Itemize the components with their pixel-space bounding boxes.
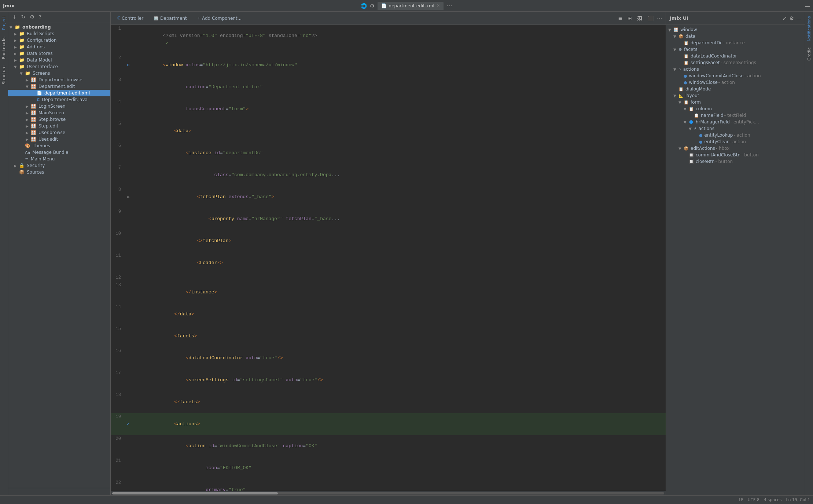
more-icon[interactable]: ⋯ bbox=[446, 2, 452, 9]
code-editor[interactable]: 1 <?xml version="1.0" encoding="UTF-8" s… bbox=[111, 25, 666, 491]
minimize-icon[interactable]: — bbox=[805, 3, 810, 9]
config-button[interactable]: ⚙ bbox=[28, 13, 36, 21]
root-folder-icon: 📁 bbox=[15, 25, 20, 30]
rt-commitandclosebtn[interactable]: 🔲 commitAndCloseBtn - button bbox=[666, 152, 805, 158]
rt-hrmanager-icon: 🔷 bbox=[689, 120, 694, 125]
rt-commit-btn-icon: 🔲 bbox=[689, 153, 694, 158]
code-line-20: 20 <action id="windowCommitAndClose" cap… bbox=[111, 435, 666, 457]
sidebar-item-user-browse[interactable]: ▶ 🪟 User.browse bbox=[8, 129, 110, 136]
tab-add-component-label: Add Component... bbox=[202, 16, 242, 21]
ui-label: User Interface bbox=[27, 64, 58, 69]
sync-button[interactable]: ↻ bbox=[20, 13, 27, 21]
tab-controller[interactable]: C Controller bbox=[114, 14, 147, 22]
rt-entitylookup[interactable]: ● entityLookup - action bbox=[666, 132, 805, 138]
editor-more-btn[interactable]: ⋯ bbox=[657, 15, 663, 22]
view-img-btn[interactable]: 🖼 bbox=[635, 15, 644, 22]
rt-column[interactable]: ▼ 📋 column bbox=[666, 105, 805, 112]
rt-closebtn[interactable]: 🔲 closeBtn - button bbox=[666, 158, 805, 165]
sidebar-item-user-interface[interactable]: ▼ 📁 User Interface bbox=[8, 63, 110, 70]
close-icon[interactable]: ✕ bbox=[437, 3, 440, 8]
sidebar-item-data-model[interactable]: ▶ 📁 Data Model bbox=[8, 57, 110, 63]
dept-java-label: DepartmentEdit.java bbox=[42, 97, 88, 102]
code-line-16: 16 <dataLoadCoordinator auto="true"/> bbox=[111, 347, 666, 369]
sidebar-item-user-edit[interactable]: ▶ 🪟 User.edit bbox=[8, 136, 110, 142]
rt-layout[interactable]: ▼ 📐 layout bbox=[666, 92, 805, 99]
expand-icon[interactable]: ⤢ bbox=[783, 15, 787, 21]
rt-departmentdc[interactable]: 📋 departmentDc - instance bbox=[666, 40, 805, 46]
rt-dept-icon: 📋 bbox=[684, 41, 689, 45]
rt-dialogmode[interactable]: 📋 dialogMode bbox=[666, 86, 805, 92]
rt-actions-icon: ⚡ bbox=[678, 67, 681, 72]
panel-settings-icon[interactable]: ⚙ bbox=[789, 15, 794, 21]
sidebar-item-themes[interactable]: 🎨 Themes bbox=[8, 142, 110, 149]
right-tab-notifications[interactable]: Notifications bbox=[806, 13, 812, 44]
view-grid-btn[interactable]: ⊞ bbox=[626, 15, 634, 22]
rt-hrmanager-actions[interactable]: ▼ ⚡ actions bbox=[666, 125, 805, 132]
status-encoding[interactable]: UTF-8 bbox=[748, 497, 759, 502]
rt-window[interactable]: ▼ 🪟 window bbox=[666, 26, 805, 33]
globe-icon[interactable]: 🌐 bbox=[361, 3, 367, 9]
login-label: LoginScreen bbox=[38, 104, 66, 109]
dept-browse-icon: 🪟 bbox=[31, 77, 36, 82]
root-chevron: ▼ bbox=[10, 25, 13, 29]
settings-icon[interactable]: ⚙ bbox=[370, 3, 375, 9]
title-bar: Jmix 🌐 ⚙ 📄 department-edit.xml ✕ ⋯ — bbox=[0, 0, 813, 12]
code-line-11: 11 <Loader/> bbox=[111, 252, 666, 274]
rt-data[interactable]: ▼ 📦 data bbox=[666, 33, 805, 40]
code-line-1: 1 <?xml version="1.0" encoding="UTF-8" s… bbox=[111, 25, 666, 54]
sidebar-item-main-menu[interactable]: ≡ Main Menu bbox=[8, 156, 110, 162]
sidebar-item-data-stores[interactable]: ▶ 📁 Data Stores bbox=[8, 50, 110, 57]
sidebar-tab-structure[interactable]: Structure bbox=[1, 63, 7, 87]
rt-form[interactable]: ▼ 📋 form bbox=[666, 99, 805, 105]
tree-root[interactable]: ▼ 📁 onboarding bbox=[8, 24, 110, 30]
sidebar-item-dept-edit-xml[interactable]: 📄 department-edit.xml bbox=[8, 90, 110, 96]
sidebar-item-configuration[interactable]: ▶ 📁 Configuration bbox=[8, 37, 110, 44]
right-tab-gradle[interactable]: Gradle bbox=[806, 44, 812, 64]
status-lf[interactable]: LF bbox=[739, 497, 743, 502]
view-compact-btn[interactable]: ⬛ bbox=[645, 15, 655, 22]
rt-settingsfacet[interactable]: 📋 settingsFacet - screenSettings bbox=[666, 59, 805, 66]
rt-facets[interactable]: ▼ ⚙ facets bbox=[666, 46, 805, 53]
rt-editactions[interactable]: ▼ 📦 editActions - hbox bbox=[666, 145, 805, 152]
sidebar-item-dept-edit[interactable]: ▼ 🪟 Department.edit bbox=[8, 83, 110, 90]
panel-minimize-icon[interactable]: — bbox=[796, 15, 801, 21]
rt-hrmanagerfield[interactable]: ▼ 🔷 hrManagerField - entityPick... bbox=[666, 119, 805, 125]
rt-entityclear[interactable]: ● entityClear - action bbox=[666, 138, 805, 145]
sidebar-tab-bookmarks[interactable]: Bookmarks bbox=[1, 34, 7, 62]
status-indent[interactable]: 4 spaces bbox=[764, 497, 782, 502]
sidebar-item-sources[interactable]: 📦 Sources bbox=[8, 169, 110, 175]
rt-windowclose[interactable]: ● windowClose - action bbox=[666, 79, 805, 86]
sidebar-item-screens[interactable]: ▼ 📁 Screens bbox=[8, 70, 110, 77]
rt-actions[interactable]: ▼ ⚡ actions bbox=[666, 66, 805, 73]
sidebar-item-login[interactable]: ▶ 🪟 LoginScreen bbox=[8, 103, 110, 110]
tab-department[interactable]: 🏢 Department bbox=[150, 14, 191, 22]
addons-icon: 📁 bbox=[19, 44, 25, 49]
editor-title-tab[interactable]: 📄 department-edit.xml ✕ bbox=[378, 2, 444, 10]
sidebar-item-build-scripts[interactable]: ▶ 📁 Build Scripts bbox=[8, 30, 110, 37]
dept-xml-label: department-edit.xml bbox=[44, 90, 90, 96]
tab-add-component[interactable]: + Add Component... bbox=[194, 14, 245, 22]
rt-namefield[interactable]: 📋 nameField - textField bbox=[666, 112, 805, 119]
editor-area: C Controller 🏢 Department + Add Componen… bbox=[111, 12, 666, 495]
help-button[interactable]: ? bbox=[37, 13, 43, 21]
sidebar-item-security[interactable]: ▶ 🔒 Security bbox=[8, 162, 110, 169]
sidebar-item-step-browse[interactable]: ▶ 🪟 Step.browse bbox=[8, 116, 110, 123]
editor-scrollbar-h[interactable] bbox=[111, 491, 666, 495]
sidebar-item-dept-browse[interactable]: ▶ 🪟 Department.browse bbox=[8, 77, 110, 83]
view-list-btn[interactable]: ≡ bbox=[617, 15, 625, 22]
code-line-21: 21 icon="EDITOR_OK" bbox=[111, 457, 666, 479]
right-panel: Jmix UI ⤢ ⚙ — ▼ 🪟 window ▼ 📦 data bbox=[666, 12, 805, 495]
sidebar-tab-project[interactable]: Project bbox=[1, 13, 7, 33]
add-button[interactable]: + bbox=[11, 13, 18, 21]
sidebar-item-main[interactable]: ▶ 🪟 MainScreen bbox=[8, 110, 110, 116]
rt-dataloadcoordinator[interactable]: 📋 dataLoadCoordinator bbox=[666, 53, 805, 59]
sidebar-item-step-edit[interactable]: ▶ 🪟 Step.edit bbox=[8, 123, 110, 129]
dept-java-icon: C bbox=[37, 97, 40, 102]
sidebar-item-addons[interactable]: ▶ 📁 Add-ons bbox=[8, 44, 110, 50]
right-side-tabs: Notifications Gradle bbox=[805, 12, 813, 495]
code-line-8: 8 ✏ <fetchPlan extends="_base"> bbox=[111, 186, 666, 208]
sidebar-item-dept-edit-java[interactable]: C DepartmentEdit.java bbox=[8, 96, 110, 103]
sidebar-item-message-bundle[interactable]: Aa Message Bundle bbox=[8, 149, 110, 156]
rt-windowcommitandclose[interactable]: ● windowCommitAndClose - action bbox=[666, 73, 805, 79]
rt-window-icon: 🪟 bbox=[673, 27, 678, 32]
